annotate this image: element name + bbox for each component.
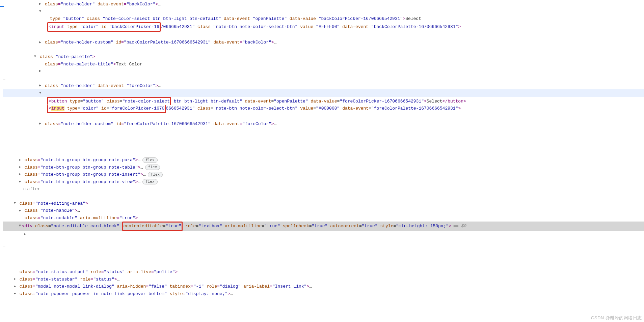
dom-tree-row[interactable]: ▶ class="note-holder-custom" id="backCol… — [3, 39, 644, 46]
dom-tree-row[interactable]: ▶ class="note-holder-custom" id="foreCol… — [3, 120, 644, 127]
expand-arrow-icon: ▶ — [13, 262, 17, 268]
expand-arrow-icon[interactable]: ▶ — [18, 179, 22, 185]
expand-arrow-icon: ▶ — [13, 194, 17, 199]
dom-tree-row[interactable]: ▶ class="note-popover popover in note-li… — [3, 290, 644, 297]
expand-arrow-icon[interactable]: ▼ — [38, 9, 42, 14]
expand-arrow-icon[interactable]: ▼ — [38, 90, 42, 96]
expand-arrow-icon[interactable]: ▶ — [18, 172, 22, 177]
expand-arrow-icon[interactable]: ▼ — [13, 201, 17, 206]
dom-tree-row[interactable]: ▶… — [3, 68, 644, 82]
expand-arrow-icon[interactable]: ▶ — [38, 121, 42, 127]
flex-badge[interactable]: flex — [148, 172, 163, 177]
dom-tree-row[interactable]: ▶ type="button" class="note-color-select… — [3, 15, 644, 22]
expand-arrow-icon: ▶ — [28, 136, 32, 141]
dom-tree-row[interactable]: ▼ class="note-palette"> — [3, 53, 644, 60]
elements-tree[interactable]: ▶ class="note-holder" data-event="backCo… — [0, 0, 644, 298]
dom-tree-row[interactable]: ▶ — [3, 135, 644, 142]
expand-arrow-icon[interactable]: ▶ — [18, 208, 22, 214]
expand-arrow-icon[interactable]: ▶ — [13, 276, 17, 282]
dom-tree-row[interactable]: ▶ class="note-status-output" role="statu… — [3, 268, 644, 275]
expand-arrow-icon: ▶ — [38, 32, 42, 38]
dom-tree-row[interactable]: ▶ — [3, 142, 644, 149]
dom-tree-row[interactable]: ▼ — [3, 8, 644, 15]
dom-tree-row[interactable]: ▶ class="note-holder" data-event="backCo… — [3, 1, 644, 8]
dom-tree-row[interactable]: ▶… — [3, 231, 644, 250]
expand-arrow-icon: ▶ — [18, 255, 22, 261]
expand-arrow-icon: ▶ — [43, 24, 47, 30]
expand-arrow-icon[interactable]: ▼ — [18, 223, 22, 229]
expand-arrow-icon: ▶ — [33, 128, 37, 134]
expand-arrow-icon: ▶ — [23, 143, 27, 149]
expand-arrow-icon: ▶ — [18, 186, 22, 192]
dom-tree-row[interactable]: ▶ class="note-btn-group btn-group note-v… — [3, 178, 644, 185]
expand-arrow-icon[interactable]: ▶ — [23, 232, 27, 237]
flex-badge[interactable]: flex — [145, 165, 160, 170]
expand-arrow-icon: ▶ — [18, 215, 22, 221]
dom-tree-row[interactable]: ▶ class="note-handle">… — [3, 207, 644, 214]
expand-arrow-icon[interactable]: ▼ — [33, 54, 37, 60]
dom-tree-row[interactable]: ▶ class="note-statusbar" role="status">… — [3, 276, 644, 283]
dom-tree-row[interactable]: ▶ — [3, 261, 644, 268]
dom-tree-row[interactable]: ▶ — [3, 149, 644, 156]
dom-tree-row[interactable]: ▼<div class="note-editable card-block" c… — [3, 222, 644, 231]
expand-arrow-icon[interactable]: ▶ — [38, 1, 42, 7]
expand-arrow-icon[interactable]: ▶ — [18, 165, 22, 170]
dom-tree-row[interactable]: ▶ — [3, 127, 644, 135]
dom-tree-row[interactable]: ▶ class="modal note-modal link-dialog" a… — [3, 283, 644, 290]
dom-tree-row[interactable]: ▶<input type="color" id="foreColorPicker… — [3, 105, 644, 113]
expand-arrow-icon[interactable]: ▶ — [13, 284, 17, 290]
expand-arrow-icon: ▶ — [38, 61, 42, 67]
expand-arrow-icon: ▶ — [33, 47, 37, 53]
expand-arrow-icon[interactable]: ▶ — [18, 157, 22, 163]
expand-arrow-icon[interactable]: ▶ — [13, 291, 17, 297]
dom-tree-row[interactable]: ▶ — [3, 193, 644, 200]
expand-arrow-icon: ▶ — [43, 98, 47, 104]
dom-tree-row[interactable]: ▶ class="note-btn-group btn-group note-p… — [3, 156, 644, 164]
dom-tree-row[interactable]: ▶ — [3, 32, 644, 39]
expand-arrow-icon: ▶ — [13, 269, 17, 275]
expand-arrow-icon[interactable]: ▶ — [38, 83, 42, 89]
dom-tree-row[interactable]: ▶<button type="button" class="note-color… — [3, 97, 644, 105]
dom-tree-row[interactable]: ▶ — [3, 254, 644, 261]
dom-tree-row[interactable]: ▶ — [3, 46, 644, 53]
dom-tree-row[interactable]: ▶<input type="color" id="backColorPicker… — [3, 22, 644, 31]
dom-tree-row[interactable]: ▶ class="note-codable" aria-multiline="t… — [3, 214, 644, 222]
dom-tree-row[interactable]: ▶ class="note-holder" data-event="foreCo… — [3, 82, 644, 89]
dom-tree-row[interactable]: ▶ class="note-btn-group btn-group note-t… — [3, 164, 644, 171]
flex-badge[interactable]: flex — [142, 179, 157, 184]
dom-tree-row[interactable]: ▼ class="note-editing-area"> — [3, 200, 644, 207]
expand-arrow-icon: ▶ — [43, 106, 47, 111]
expand-arrow-icon[interactable]: ▶ — [38, 68, 42, 74]
expand-arrow-icon[interactable]: ▶ — [38, 40, 42, 46]
dom-tree-row[interactable]: ▶ class="note-palette-title">Text Color — [3, 61, 644, 68]
expand-arrow-icon: ▶ — [43, 16, 47, 22]
flex-badge[interactable]: flex — [142, 157, 157, 163]
dom-tree-row[interactable]: ▶ class="note-btn-group btn-group note-i… — [3, 171, 644, 178]
expand-arrow-icon: ▶ — [38, 114, 42, 120]
dom-tree-row[interactable]: ▶ — [3, 113, 644, 120]
dom-tree-row[interactable]: ▶::after — [3, 185, 644, 193]
dom-tree-row[interactable]: ▼ — [3, 89, 644, 96]
expand-arrow-icon: ▶ — [18, 150, 22, 156]
